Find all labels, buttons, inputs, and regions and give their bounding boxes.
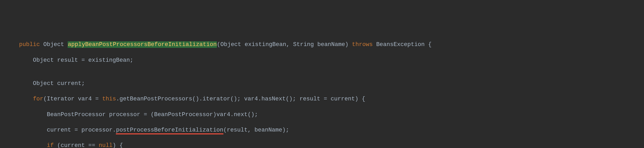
code-line-8: if (current == null) { — [0, 142, 644, 148]
indent — [5, 41, 19, 48]
underlined-paren: ) — [112, 142, 116, 148]
exception: BeansException { — [376, 41, 432, 48]
code-line-1: public Object applyBeanPostProcessorsBef… — [0, 41, 644, 49]
code-line-5: for(Iterator var4 = this.getBeanPostProc… — [0, 95, 644, 103]
code-editor[interactable]: public Object applyBeanPostProcessorsBef… — [0, 33, 644, 148]
keyword-null: null — [99, 142, 112, 148]
code-line-6: BeanPostProcessor processor = (BeanPostP… — [0, 111, 644, 119]
method-name-highlighted: applyBeanPostProcessorsBeforeInitializat… — [68, 41, 217, 48]
type: Object — [43, 41, 64, 48]
code-line-2: Object result = existingBean; — [0, 56, 644, 64]
keyword-public: public — [19, 41, 40, 48]
keyword-this: this — [102, 96, 116, 102]
code-line-4: Object current; — [0, 80, 644, 88]
code-line-7: current = processor.postProcessBeforeIni… — [0, 126, 644, 134]
params: (Object existingBean, String beanName) — [217, 41, 352, 48]
keyword-throws: throws — [352, 41, 373, 48]
keyword-if: if — [47, 142, 53, 148]
keyword-for: for — [33, 96, 44, 102]
underlined-method-call: postProcessBeforeInitialization — [116, 127, 223, 134]
